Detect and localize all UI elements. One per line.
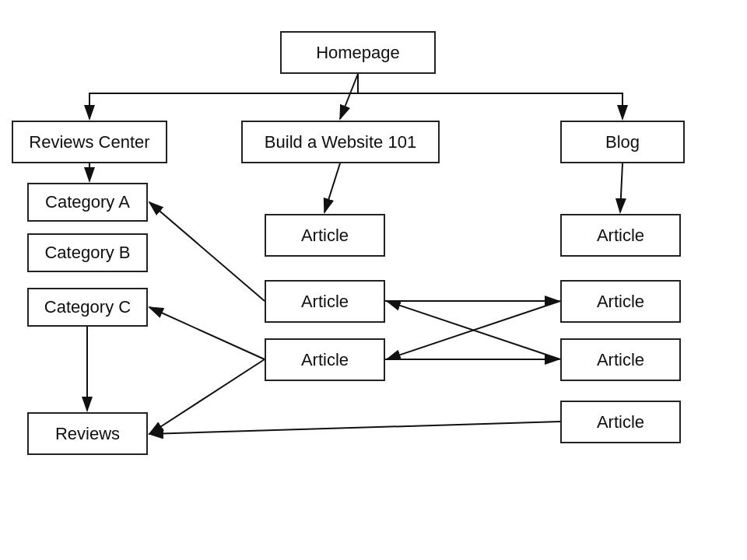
reviews-node: Reviews	[27, 412, 148, 455]
category-b-node: Category B	[27, 233, 148, 272]
article3-node: Article	[265, 338, 385, 381]
blog-article3-node: Article	[560, 338, 681, 381]
build-website-node: Build a Website 101	[241, 121, 440, 163]
category-a-node: Category A	[27, 183, 148, 222]
reviews-center-node: Reviews Center	[12, 121, 167, 163]
article1-node: Article	[265, 214, 385, 257]
blog-article1-node: Article	[560, 214, 681, 257]
blog-article4-node: Article	[560, 401, 681, 443]
homepage-node: Homepage	[280, 31, 436, 74]
blog-article2-node: Article	[560, 280, 681, 323]
category-c-node: Category C	[27, 288, 148, 327]
article2-node: Article	[265, 280, 385, 323]
blog-node: Blog	[560, 121, 685, 163]
